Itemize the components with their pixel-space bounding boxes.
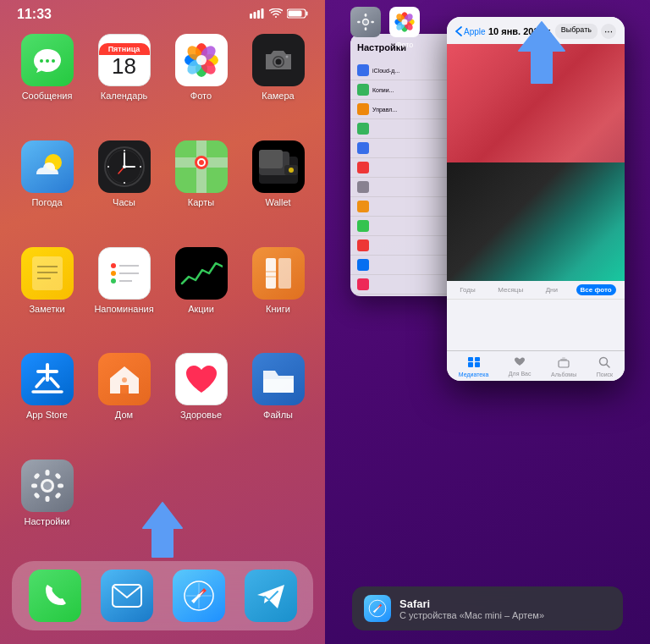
- svg-rect-70: [45, 496, 49, 502]
- svg-point-7: [40, 59, 43, 63]
- photos-tab-albums-icon: [558, 356, 570, 371]
- photos-tab-search[interactable]: Поиск: [593, 355, 616, 379]
- svg-line-107: [607, 365, 610, 368]
- svg-point-85: [363, 19, 367, 24]
- app-photos[interactable]: Фото: [169, 34, 233, 127]
- signal-icon: [250, 8, 265, 21]
- safari-notif-icon: [364, 595, 391, 622]
- svg-rect-42: [259, 150, 283, 168]
- maps-icon: [175, 140, 228, 193]
- notes-label: Заметки: [29, 304, 64, 314]
- status-icons: [250, 8, 308, 21]
- svg-rect-0: [250, 14, 252, 19]
- photos-tab-albums[interactable]: Альбомы: [548, 355, 580, 379]
- switcher-settings-app[interactable]: [350, 7, 381, 49]
- app-books[interactable]: Книги: [246, 247, 310, 340]
- up-arrow-left: [133, 496, 192, 572]
- svg-point-65: [122, 377, 127, 383]
- svg-point-39: [199, 160, 204, 165]
- books-icon: [252, 247, 305, 300]
- app-wallet[interactable]: Wallet: [246, 140, 310, 234]
- appstore-icon: [21, 353, 74, 405]
- app-grid: Сообщения Пятница 18 Календарь: [0, 25, 325, 561]
- home-icon: [98, 353, 151, 405]
- svg-rect-55: [266, 258, 276, 289]
- svg-point-9: [52, 59, 55, 63]
- dock-safari[interactable]: [173, 570, 225, 622]
- reminders-label: Напоминания: [94, 304, 153, 314]
- photos-tab-for-you[interactable]: Для Вас: [505, 355, 535, 379]
- svg-rect-56: [278, 258, 291, 289]
- settings-mini-icon: [350, 7, 381, 37]
- svg-line-61: [36, 378, 44, 387]
- app-camera[interactable]: Камера: [246, 34, 310, 127]
- photos-tab-bar: Медиатека Для Вас: [447, 350, 625, 381]
- photos-filter-bar: Годы Месяцы Дни Все фото: [447, 281, 625, 300]
- photos-filter-days[interactable]: Дни: [542, 284, 562, 295]
- svg-rect-100: [475, 362, 480, 367]
- svg-point-53: [111, 278, 116, 283]
- svg-rect-71: [31, 484, 37, 488]
- svg-rect-69: [45, 470, 49, 476]
- app-weather[interactable]: Погода: [15, 140, 79, 234]
- dock-phone[interactable]: [29, 570, 81, 622]
- switcher-photos-app[interactable]: Фото: [389, 7, 420, 49]
- safari-notification[interactable]: Safari С устройства «Mac mini – Артем»: [352, 586, 623, 630]
- photos-tab-library-icon: [467, 356, 481, 371]
- status-time: 11:33: [17, 7, 52, 22]
- messages-label: Сообщения: [22, 91, 73, 101]
- app-settings[interactable]: Настройки: [15, 460, 79, 553]
- svg-point-98: [402, 19, 408, 25]
- safari-notif-title: Safari: [399, 597, 544, 610]
- books-label: Книги: [266, 304, 290, 314]
- safari-notif-subtitle: С устройства «Mac mini – Артем»: [399, 610, 544, 620]
- app-health[interactable]: Здоровье: [169, 353, 233, 446]
- home-label: Дом: [115, 410, 133, 420]
- reminders-icon: [98, 247, 151, 300]
- svg-rect-2: [257, 10, 260, 19]
- app-files[interactable]: Файлы: [246, 353, 310, 446]
- photos-tab-foryou-icon: [514, 356, 526, 370]
- svg-point-49: [111, 263, 116, 268]
- svg-rect-103: [559, 361, 569, 367]
- dock-mail[interactable]: [101, 570, 153, 622]
- svg-rect-74: [54, 472, 61, 479]
- app-clock[interactable]: Часы: [92, 140, 156, 234]
- photos-filter-all[interactable]: Все фото: [576, 284, 616, 295]
- clock-label: Часы: [113, 197, 135, 207]
- wallet-label: Wallet: [265, 197, 290, 207]
- photos-more-btn[interactable]: ···: [601, 24, 616, 39]
- app-maps[interactable]: Карты: [169, 140, 233, 234]
- svg-point-8: [46, 59, 49, 63]
- app-calendar[interactable]: Пятница 18 Календарь: [92, 34, 156, 127]
- svg-marker-82: [191, 591, 204, 603]
- svg-rect-76: [54, 492, 61, 498]
- app-notes[interactable]: Заметки: [15, 247, 79, 340]
- app-reminders[interactable]: Напоминания: [92, 247, 156, 340]
- app-appstore[interactable]: App Store: [15, 353, 79, 446]
- up-arrow-right: [510, 17, 574, 98]
- photos-filter-months[interactable]: Месяцы: [493, 284, 527, 295]
- app-stocks[interactable]: Акции: [169, 247, 233, 340]
- photos-back-btn[interactable]: Apple: [455, 26, 486, 36]
- svg-marker-110: [373, 606, 381, 614]
- svg-rect-77: [113, 585, 141, 607]
- photos-tab-library[interactable]: Медиатека: [455, 355, 493, 379]
- calendar-icon: Пятница 18: [98, 34, 151, 86]
- safari-notif-text: Safari С устройства «Mac mini – Артем»: [399, 597, 544, 620]
- svg-rect-87: [365, 27, 367, 30]
- svg-point-22: [285, 56, 288, 58]
- svg-rect-102: [475, 357, 480, 361]
- svg-rect-75: [33, 492, 40, 498]
- photos-filter-years[interactable]: Годы: [455, 284, 480, 295]
- dock-telegram[interactable]: [245, 570, 297, 622]
- svg-rect-86: [365, 14, 367, 17]
- camera-icon: [252, 34, 305, 86]
- svg-rect-5: [306, 11, 308, 15]
- app-switcher: Фото Настройки iCloud-д... Копии... Упра: [325, 0, 650, 644]
- svg-rect-88: [357, 21, 361, 24]
- svg-rect-1: [254, 12, 256, 19]
- app-home[interactable]: Дом: [92, 353, 156, 446]
- app-messages[interactable]: Сообщения: [15, 34, 79, 127]
- photos-icon: [175, 34, 228, 86]
